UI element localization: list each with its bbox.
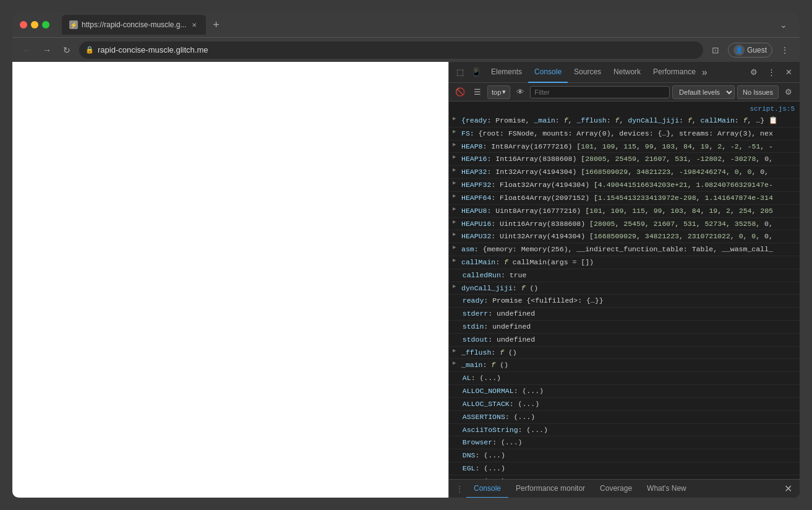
more-tabs-button[interactable]: » <box>702 67 707 78</box>
title-bar: ⚡ https://rapid-concise-muscle.g... ✕ + … <box>12 12 800 37</box>
console-line[interactable]: {ready: Promise, _main: f, _fflush: f, d… <box>449 115 800 127</box>
console-line[interactable]: HEAPU32: Uint32Array(4194304) [166850902… <box>449 230 800 243</box>
log-levels-dropdown[interactable]: Default levels <box>672 85 735 99</box>
console-sidebar-button[interactable]: ☰ <box>470 85 485 100</box>
console-line[interactable]: HEAP16: Int16Array(8388608) [28005, 2545… <box>449 153 800 166</box>
tab-close-button[interactable]: ✕ <box>190 20 199 29</box>
tab-elements[interactable]: Elements <box>485 62 528 83</box>
browser-window: ⚡ https://rapid-concise-muscle.g... ✕ + … <box>12 12 800 498</box>
console-settings-button[interactable]: ⚙ <box>781 85 796 100</box>
console-line: ASSERTIONS: (...) <box>449 411 800 424</box>
console-line[interactable]: callMain: f callMain(args = []) <box>449 256 800 269</box>
console-line[interactable]: HEAPU8: Uint8Array(16777216) [101, 109, … <box>449 205 800 218</box>
console-output[interactable]: script.js:5 {ready: Promise, _main: f, _… <box>449 102 800 479</box>
tab-network[interactable]: Network <box>607 62 647 83</box>
devtools-settings-button[interactable]: ⚙ <box>746 65 761 80</box>
devtools-more-button[interactable]: ⋮ <box>764 65 779 80</box>
back-button[interactable]: ← <box>20 43 35 58</box>
menu-button[interactable]: ⋮ <box>777 43 792 58</box>
new-tab-button[interactable]: + <box>208 17 223 32</box>
devtools-tabs: Elements Console Sources Network Perform… <box>485 62 745 83</box>
bookmark-icon[interactable]: ⊡ <box>708 43 723 58</box>
profile-avatar: 👤 <box>733 45 745 56</box>
console-line[interactable]: _main: f () <box>449 359 800 372</box>
inspect-element-button[interactable]: ⬚ <box>453 65 468 80</box>
tab-performance[interactable]: Performance <box>647 62 702 83</box>
console-toolbar: 🚫 ☰ top ▾ 👁 Default levels No Issues ⚙ <box>449 83 800 102</box>
devtools-toolbar-right: ⚙ ⋮ ✕ <box>746 65 796 80</box>
bottom-tab-console[interactable]: Console <box>466 480 508 498</box>
console-line: EGL: (...) <box>449 462 800 475</box>
close-button[interactable] <box>20 21 27 28</box>
tab-title: https://rapid-concise-muscle.g... <box>82 20 186 29</box>
url-text: rapid-concise-muscle.glitch.me <box>98 45 208 54</box>
console-line: stderr: undefined <box>449 308 800 321</box>
console-line: ENV: (...) <box>449 475 800 479</box>
console-line[interactable]: HEAPF64: Float64Array(2097152) [1.154541… <box>449 192 800 205</box>
console-line[interactable]: asm: {memory: Memory(256), __indirect_fu… <box>449 243 800 256</box>
devtools-panel: ⬚ 📱 Elements Console Sources Network <box>448 62 800 498</box>
main-area: ⬚ 📱 Elements Console Sources Network <box>12 62 800 498</box>
console-line[interactable]: HEAPF32: Float32Array(4194304) [4.490441… <box>449 179 800 192</box>
profile-button[interactable]: 👤 Guest <box>728 43 772 58</box>
tab-bar: ⚡ https://rapid-concise-muscle.g... ✕ + <box>62 15 775 35</box>
url-bar[interactable]: 🔒 rapid-concise-muscle.glitch.me <box>79 41 703 59</box>
reload-button[interactable]: ↻ <box>59 43 74 58</box>
console-clear-button[interactable]: 🚫 <box>453 85 468 100</box>
console-eye-button[interactable]: 👁 <box>513 85 528 100</box>
tab-bar-expand[interactable]: ⌄ <box>780 20 792 30</box>
drag-handle[interactable]: ⋮ <box>453 484 466 494</box>
console-line[interactable]: _fflush: f () <box>449 347 800 360</box>
devtools-bottom-bar: ⋮ Console Performance monitor Coverage W… <box>449 479 800 498</box>
tab-sources[interactable]: Sources <box>568 62 607 83</box>
console-line: stdin: undefined <box>449 321 800 334</box>
console-line: Browser: (...) <box>449 436 800 449</box>
console-line[interactable]: HEAP8: Int8Array(16777216) [101, 109, 11… <box>449 140 800 153</box>
minimize-button[interactable] <box>31 21 38 28</box>
console-line[interactable]: dynCall_jiji: f () <box>449 282 800 295</box>
bottom-tab-performance-monitor[interactable]: Performance monitor <box>508 480 592 498</box>
lock-icon: 🔒 <box>85 46 94 54</box>
device-toolbar-button[interactable]: 📱 <box>469 65 484 80</box>
address-bar: ← → ↻ 🔒 rapid-concise-muscle.glitch.me ⊡… <box>12 37 800 62</box>
tab-console[interactable]: Console <box>528 62 568 83</box>
console-line: AsciiToString: (...) <box>449 424 800 437</box>
devtools-close-button[interactable]: ✕ <box>781 65 796 80</box>
bottom-tabs: Console Performance monitor Coverage Wha… <box>466 480 780 498</box>
console-line: DNS: (...) <box>449 449 800 462</box>
console-line: ready: Promise {<fulfilled>: {…}} <box>449 295 800 308</box>
traffic-lights <box>20 21 49 28</box>
console-line: stdout: undefined <box>449 334 800 347</box>
maximize-button[interactable] <box>42 21 49 28</box>
console-line[interactable]: HEAPU16: Uint16Array(8388608) [28005, 25… <box>449 218 800 231</box>
bottom-bar-close-button[interactable]: ✕ <box>780 483 796 495</box>
console-line[interactable]: FS: {root: FSNode, mounts: Array(0), dev… <box>449 127 800 140</box>
bottom-tab-coverage[interactable]: Coverage <box>592 480 639 498</box>
console-line: ALLOC_STACK: (...) <box>449 398 800 411</box>
page-content <box>12 62 448 498</box>
tab-favicon: ⚡ <box>69 20 78 29</box>
browser-tab[interactable]: ⚡ https://rapid-concise-muscle.g... ✕ <box>62 15 206 35</box>
console-line: calledRun: true <box>449 269 800 282</box>
address-bar-right: ⊡ 👤 Guest ⋮ <box>708 43 792 58</box>
forward-button[interactable]: → <box>40 43 54 58</box>
script-reference: script.js:5 <box>449 102 800 115</box>
devtools-toolbar: ⬚ 📱 Elements Console Sources Network <box>449 62 800 83</box>
context-selector[interactable]: top ▾ <box>487 85 510 99</box>
console-line: AL: (...) <box>449 372 800 385</box>
no-issues-button[interactable]: No Issues <box>737 85 779 99</box>
console-filter-input[interactable] <box>530 86 670 98</box>
profile-label: Guest <box>747 46 767 54</box>
bottom-tab-whats-new[interactable]: What's New <box>639 480 694 498</box>
console-line[interactable]: HEAP32: Int32Array(4194304) [1668509029,… <box>449 166 800 179</box>
console-line: ALLOC_NORMAL: (...) <box>449 385 800 398</box>
